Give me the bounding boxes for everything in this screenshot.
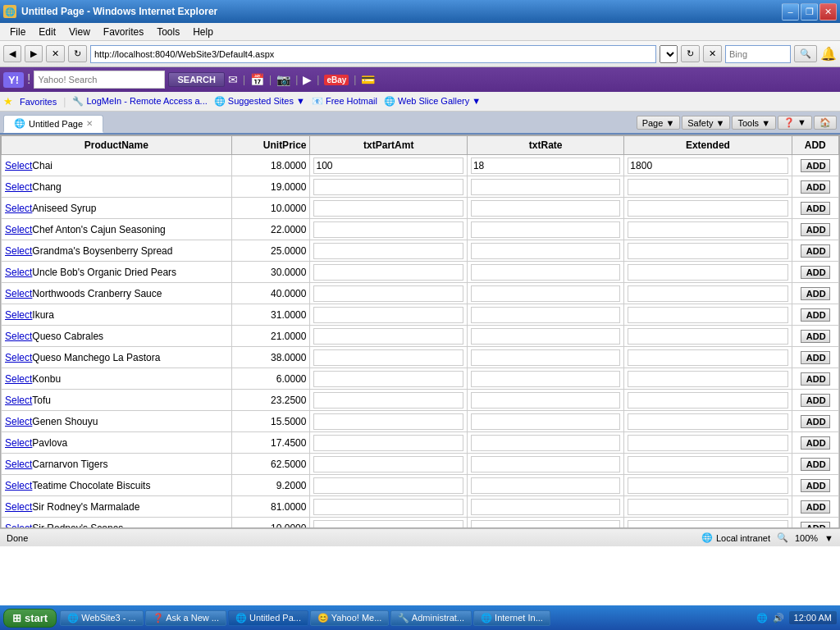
bing-search-btn[interactable]: 🔍 [794, 45, 817, 62]
card-icon[interactable]: 💳 [361, 73, 375, 86]
select-link[interactable]: Select [5, 309, 32, 321]
logmein-link[interactable]: 🔧 LogMeIn - Remote Access a... [72, 96, 207, 107]
hotmail-link[interactable]: 📧 Free Hotmail [312, 96, 377, 107]
extended-input[interactable] [628, 307, 788, 323]
part-amt-input[interactable] [313, 221, 463, 238]
favorites-link[interactable]: Favorites [20, 97, 57, 107]
mail-icon[interactable]: ✉ [228, 73, 238, 86]
yahoo-search-button[interactable]: SEARCH [168, 72, 224, 87]
restore-button[interactable]: ❐ [801, 3, 818, 21]
extended-input[interactable] [628, 285, 788, 302]
forward-button[interactable]: ▶ [25, 45, 43, 62]
refresh-btn2[interactable]: ↻ [681, 45, 700, 62]
menu-help[interactable]: Help [186, 25, 220, 39]
select-link[interactable]: Select [5, 203, 32, 214]
part-amt-input[interactable] [313, 179, 463, 195]
add-button[interactable]: ADD [801, 372, 830, 386]
rate-input[interactable] [471, 179, 620, 195]
select-link[interactable]: Select [5, 267, 32, 278]
select-link[interactable]: Select [5, 181, 32, 193]
extended-input[interactable] [628, 179, 788, 195]
part-amt-input[interactable] [313, 435, 463, 451]
active-tab[interactable]: 🌐 Untitled Page ✕ [3, 115, 103, 133]
extended-input[interactable] [628, 158, 788, 174]
select-link[interactable]: Select [5, 501, 32, 513]
extended-input[interactable] [628, 520, 788, 529]
home-button[interactable]: 🏠 [814, 116, 837, 130]
help-button[interactable]: ❓ ▼ [778, 116, 812, 130]
stop-btn2[interactable]: ✕ [703, 45, 722, 62]
bing-search[interactable] [725, 45, 791, 63]
extended-input[interactable] [628, 221, 788, 238]
extended-input[interactable] [628, 243, 788, 259]
part-amt-input[interactable] [313, 499, 463, 515]
address-dropdown[interactable] [660, 45, 678, 63]
part-amt-input[interactable] [313, 243, 463, 259]
add-button[interactable]: ADD [801, 479, 830, 492]
extended-input[interactable] [628, 264, 788, 281]
part-amt-input[interactable] [313, 413, 463, 430]
part-amt-input[interactable] [313, 200, 463, 217]
add-button[interactable]: ADD [801, 266, 830, 279]
select-link[interactable]: Select [5, 395, 32, 406]
zoom-dropdown-icon[interactable]: ▼ [824, 533, 833, 543]
rate-input[interactable] [471, 264, 620, 281]
webslice-link[interactable]: 🌐 Web Slice Gallery ▼ [384, 96, 481, 107]
add-button[interactable]: ADD [801, 330, 830, 343]
add-button[interactable]: ADD [801, 351, 830, 364]
select-link[interactable]: Select [5, 160, 32, 171]
part-amt-input[interactable] [313, 371, 463, 387]
add-button[interactable]: ADD [801, 522, 830, 529]
rate-input[interactable] [471, 456, 620, 472]
select-link[interactable]: Select [5, 224, 32, 235]
rate-input[interactable] [471, 371, 620, 387]
rate-input[interactable] [471, 520, 620, 529]
part-amt-input[interactable] [313, 158, 463, 174]
rate-input[interactable] [471, 435, 620, 451]
add-button[interactable]: ADD [801, 458, 830, 471]
rate-input[interactable] [471, 413, 620, 430]
add-button[interactable]: ADD [801, 159, 830, 172]
rate-input[interactable] [471, 477, 620, 494]
minimize-button[interactable]: – [782, 3, 799, 21]
rate-input[interactable] [471, 392, 620, 409]
select-link[interactable]: Select [5, 523, 32, 529]
add-button[interactable]: ADD [801, 436, 830, 450]
refresh-button[interactable]: ↻ [68, 45, 87, 62]
rate-input[interactable] [471, 285, 620, 302]
photo-icon[interactable]: 📷 [276, 73, 290, 86]
select-link[interactable]: Select [5, 373, 32, 385]
part-amt-input[interactable] [313, 328, 463, 345]
select-link[interactable]: Select [5, 245, 32, 257]
extended-input[interactable] [628, 392, 788, 409]
suggested-sites-link[interactable]: 🌐 Suggested Sites ▼ [214, 96, 305, 107]
rate-input[interactable] [471, 328, 620, 345]
add-button[interactable]: ADD [801, 180, 830, 194]
page-button[interactable]: Page ▼ [637, 116, 681, 130]
add-button[interactable]: ADD [801, 394, 830, 407]
menu-edit[interactable]: Edit [32, 25, 62, 39]
tab-close-icon[interactable]: ✕ [86, 119, 93, 128]
part-amt-input[interactable] [313, 307, 463, 323]
part-amt-input[interactable] [313, 264, 463, 281]
tools-button[interactable]: Tools ▼ [732, 116, 776, 130]
extended-input[interactable] [628, 371, 788, 387]
back-button[interactable]: ◀ [3, 45, 21, 62]
part-amt-input[interactable] [313, 285, 463, 302]
rate-input[interactable] [471, 307, 620, 323]
add-button[interactable]: ADD [801, 500, 830, 514]
rate-input[interactable] [471, 158, 620, 174]
rate-input[interactable] [471, 499, 620, 515]
menu-tools[interactable]: Tools [150, 25, 186, 39]
rate-input[interactable] [471, 200, 620, 217]
rate-input[interactable] [471, 243, 620, 259]
add-button[interactable]: ADD [801, 415, 830, 428]
add-button[interactable]: ADD [801, 223, 830, 236]
extended-input[interactable] [628, 349, 788, 366]
part-amt-input[interactable] [313, 456, 463, 472]
part-amt-input[interactable] [313, 349, 463, 366]
select-link[interactable]: Select [5, 288, 32, 299]
extended-input[interactable] [628, 413, 788, 430]
menu-favorites[interactable]: Favorites [97, 25, 150, 39]
add-button[interactable]: ADD [801, 244, 830, 258]
